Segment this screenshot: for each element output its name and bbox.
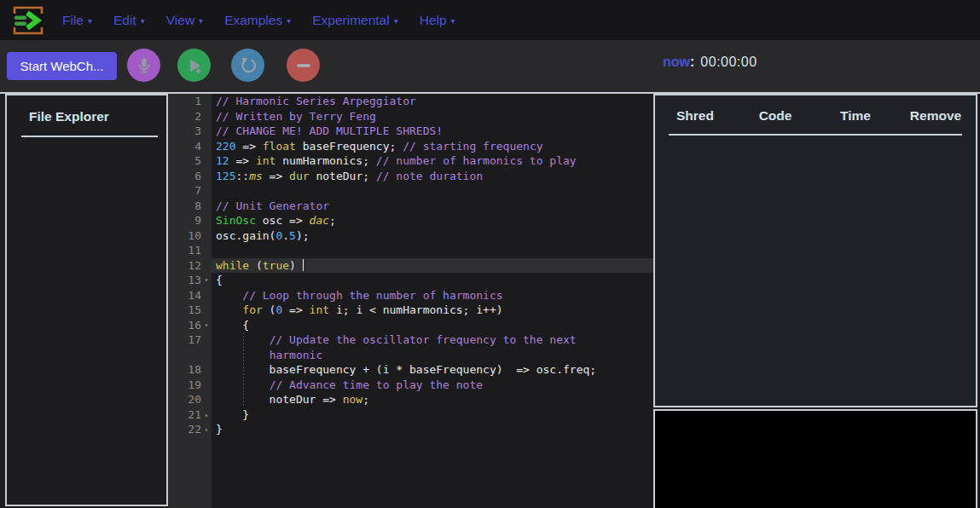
code-token: 125 — [216, 170, 235, 182]
fold-marker-icon[interactable]: ▴ — [201, 422, 212, 437]
code-line[interactable]: } — [212, 407, 653, 423]
start-webchuck-button[interactable]: Start WebCh... — [7, 52, 117, 80]
code-token: SinOsc — [216, 214, 256, 227]
code-token: { — [216, 274, 223, 286]
code-token: now — [343, 393, 362, 406]
code-line[interactable]: 12 => int numHarmonics; // number of har… — [212, 153, 653, 169]
code-line[interactable]: } — [212, 422, 653, 437]
menu-edit[interactable]: Edit▾ — [113, 13, 145, 28]
menu-view[interactable]: View▾ — [166, 13, 203, 28]
chevron-down-icon: ▾ — [199, 14, 203, 26]
now-value: 00:00:00 — [700, 55, 757, 69]
code-token: for — [242, 303, 262, 316]
line-number: 14 — [168, 288, 212, 303]
chevron-down-icon: ▾ — [451, 14, 455, 26]
code-token: ) — [289, 259, 303, 272]
code-line[interactable]: SinOsc osc => dac; — [212, 213, 653, 228]
editor-gutter: 12345678910111213▾141516▾1718192021▴22▴ — [168, 94, 212, 508]
code-line[interactable]: baseFrequency + (i * baseFrequency) => o… — [212, 362, 653, 378]
menu-label: View — [166, 13, 194, 28]
code-token: => — [235, 140, 262, 153]
play-plus-icon — [184, 55, 205, 76]
menu-help[interactable]: Help▾ — [420, 13, 455, 28]
line-number-text: 17 — [188, 332, 201, 348]
code-line[interactable]: // Unit Generator — [212, 199, 653, 214]
code-token: => — [282, 303, 309, 316]
text-cursor — [303, 259, 304, 271]
shred-column-code: Code — [735, 108, 815, 124]
code-line[interactable]: osc.gain(0.5); — [212, 228, 653, 244]
code-line[interactable] — [212, 183, 653, 199]
remove-shred-button[interactable] — [287, 49, 320, 82]
line-number-text: 8 — [194, 199, 201, 214]
code-token: { — [216, 319, 249, 332]
fold-marker-icon[interactable]: ▾ — [201, 273, 212, 288]
chuck-arrow-logo-icon — [9, 3, 46, 38]
code-line[interactable]: // CHANGE ME! ADD MULTIPLE SHREDS! — [212, 124, 653, 139]
line-number: 6 — [168, 169, 212, 184]
line-number: 1 — [168, 94, 212, 109]
code-line[interactable]: harmonic — [212, 348, 653, 363]
code-token: ms — [249, 170, 263, 182]
code-line[interactable]: { — [212, 273, 653, 288]
line-number-text: 2 — [194, 109, 201, 124]
code-token: dur — [289, 170, 309, 182]
chevron-down-icon: ▾ — [141, 14, 145, 26]
code-token: :: — [235, 170, 249, 182]
line-number-text: 10 — [188, 228, 201, 244]
code-line[interactable]: while (true) — [212, 258, 653, 274]
code-token: // Update the oscillator frequency to th… — [270, 333, 577, 346]
line-number: 9 — [168, 213, 212, 228]
code-token: } — [216, 408, 249, 421]
line-number-text: 18 — [188, 362, 201, 378]
shred-column-time: Time — [815, 108, 896, 124]
microphone-button[interactable] — [127, 49, 160, 82]
code-line[interactable]: 125::ms => dur noteDur; // note duration — [212, 169, 653, 184]
chevron-down-icon: ▾ — [287, 14, 291, 26]
line-number: 8 — [168, 199, 212, 214]
code-token: 220 — [216, 140, 235, 153]
file-explorer-divider — [21, 136, 158, 137]
line-number-text: 21 — [188, 407, 201, 423]
code-token: // Written by Terry Feng — [216, 110, 376, 123]
fold-marker-icon[interactable]: ▾ — [201, 318, 212, 333]
menu-experimental[interactable]: Experimental▾ — [312, 13, 398, 28]
code-line[interactable]: // Update the oscillator frequency to th… — [212, 332, 653, 348]
code-line[interactable]: // Written by Terry Feng — [212, 109, 653, 124]
menu-examples[interactable]: Examples▾ — [224, 13, 291, 28]
code-token: osc.gain( — [216, 229, 275, 242]
code-token: ( — [249, 259, 263, 272]
line-number: 19 — [168, 378, 212, 393]
line-number-text: 15 — [188, 303, 201, 318]
line-number-text: 1 — [194, 94, 201, 109]
line-number-text: 20 — [188, 392, 201, 407]
shred-column-remove: Remove — [896, 108, 976, 124]
play-add-shred-button[interactable] — [177, 49, 211, 82]
code-line[interactable]: // Harmonic Series Arpeggiator — [212, 94, 653, 109]
code-line[interactable]: // Loop through the number of harmonics — [212, 288, 653, 303]
code-line[interactable]: 220 => float baseFrequency; // starting … — [212, 139, 653, 154]
fold-marker-icon[interactable]: ▴ — [201, 407, 212, 423]
code-token: // Harmonic Series Arpeggiator — [216, 95, 416, 107]
menu-file[interactable]: File▾ — [62, 13, 92, 28]
code-token: noteDur; — [310, 170, 376, 182]
now-label: now — [663, 55, 690, 69]
code-line[interactable]: // Advance time to play the note — [212, 378, 653, 393]
code-line[interactable]: noteDur => now; — [212, 392, 653, 407]
code-token: osc => — [256, 214, 310, 227]
code-token: while — [216, 259, 249, 272]
code-editor[interactable]: // Harmonic Series Arpeggiator// Written… — [212, 94, 653, 508]
line-number-text: 7 — [194, 183, 201, 199]
code-token: } — [216, 423, 223, 436]
menu-bar: File▾Edit▾View▾Examples▾Experimental▾Hel… — [0, 0, 980, 40]
line-number: 4 — [168, 139, 212, 154]
line-number-text: 11 — [188, 243, 201, 258]
code-token: int — [256, 154, 275, 167]
chuck-logo — [8, 3, 47, 38]
replace-shred-button[interactable] — [231, 49, 264, 82]
code-line[interactable]: { — [212, 318, 653, 333]
line-number: 5 — [168, 153, 212, 169]
code-line[interactable] — [212, 243, 653, 258]
line-number: 20 — [168, 392, 212, 407]
code-line[interactable]: for (0 => int i; i < numHarmonics; i++) — [212, 303, 653, 318]
